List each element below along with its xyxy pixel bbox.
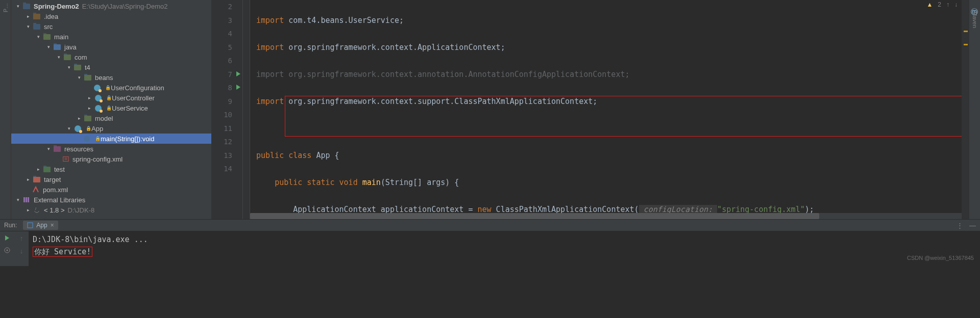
console-output[interactable]: D:\JDK-8\bin\java.exe ... 你好 Service! CS… [29, 231, 980, 266]
line-number[interactable]: 7 [211, 68, 242, 82]
tree-com[interactable]: ▾ com [11, 52, 211, 62]
code-line[interactable]: import org.springframework.context.Appli… [256, 41, 962, 55]
close-icon[interactable]: × [51, 222, 54, 229]
xml-icon [62, 155, 69, 163]
folder-icon [33, 22, 41, 31]
chevron-right-icon[interactable]: ▸ [77, 116, 82, 121]
tree-main[interactable]: ▾ main [11, 32, 211, 42]
code-line[interactable]: import org.springframework.context.annot… [256, 68, 962, 82]
tree-java[interactable]: ▾ java [11, 42, 211, 52]
maven-tool-icon[interactable]: ⓜ [970, 2, 979, 9]
maven-tool-label[interactable]: Maven [972, 11, 978, 28]
chevron-down-icon[interactable]: ▾ [15, 4, 20, 9]
line-number[interactable]: 4 [211, 27, 242, 41]
tree-root[interactable]: ▾ Spring-Demo2 E:\Study\Java\Spring-Demo… [11, 1, 211, 11]
console-toolbar[interactable]: ↑ ↓ [14, 231, 29, 266]
project-tree[interactable]: ▾ Spring-Demo2 E:\Study\Java\Spring-Demo… [11, 0, 211, 219]
chevron-right-icon[interactable]: ▸ [26, 207, 31, 213]
warning-count: 2 [938, 1, 941, 8]
line-number[interactable]: 6 [211, 54, 242, 68]
run-toolbar[interactable] [0, 231, 14, 266]
run-tool-header[interactable]: Run: App × ⋮ — [0, 219, 980, 231]
scrollbar-thumb[interactable] [250, 213, 819, 219]
run-console[interactable]: ↑ ↓ D:\JDK-8\bin\java.exe ... 你好 Service… [0, 231, 980, 266]
code-line[interactable]: import org.springframework.context.suppo… [256, 95, 962, 109]
horizontal-scrollbar[interactable] [250, 213, 962, 219]
tree-jdk[interactable]: ▸ < 1.8 > D:\JDK-8 [11, 205, 211, 215]
tree-app[interactable]: ▾ 🔒 App [11, 123, 211, 134]
chevron-down-icon[interactable]: ▾ [46, 44, 51, 49]
chevron-right-icon[interactable]: ▸ [26, 14, 31, 19]
tree-ext-lib[interactable]: ▾ External Libraries [11, 195, 211, 205]
next-highlight-icon[interactable]: ↓ [954, 1, 958, 8]
line-number[interactable]: 11 [211, 122, 242, 136]
chevron-down-icon[interactable]: ▾ [66, 65, 71, 70]
inspection-widget[interactable]: ▲ 2 ↑ ↓ [926, 1, 958, 8]
right-tool-rail[interactable]: ⓜ Maven [969, 0, 980, 219]
chevron-down-icon[interactable]: ▾ [26, 24, 31, 29]
tree-main-method[interactable]: 🔒 main(String[]):void [11, 134, 211, 144]
warning-icon[interactable]: ▲ [926, 1, 933, 8]
editor-gutter[interactable]: 2 3 4 5 6 7 8 9 10 11 12 13 14 [211, 0, 243, 219]
stripe-warning-mark[interactable] [964, 44, 968, 45]
tree-test[interactable]: ▸ test [11, 164, 211, 174]
chevron-right-icon[interactable]: ▸ [36, 167, 41, 172]
stripe-warning-mark[interactable] [964, 31, 968, 32]
code-area[interactable]: import com.t4.beans.UserService; import … [250, 0, 962, 219]
chevron-right-icon[interactable]: ▸ [87, 95, 92, 100]
tree-userservice[interactable]: ▸ 🔒 UserService [11, 103, 211, 113]
more-icon[interactable]: ⋮ [957, 222, 963, 229]
tree-model[interactable]: ▸ model [11, 113, 211, 123]
tree-t4[interactable]: ▾ t4 [11, 62, 211, 72]
maven-icon [32, 186, 40, 194]
run-gutter-icon[interactable] [235, 71, 241, 77]
run-gutter-icon[interactable] [235, 84, 241, 90]
code-line[interactable] [256, 122, 962, 136]
tree-pom[interactable]: pom.xml [11, 184, 211, 195]
code-editor[interactable]: 2 3 4 5 6 7 8 9 10 11 12 13 14 import co… [211, 0, 969, 219]
line-number[interactable]: 13 [211, 149, 242, 163]
folder-icon [33, 12, 41, 20]
jdk-icon [33, 206, 41, 214]
console-line[interactable]: 你好 Service! [33, 246, 976, 258]
down-icon[interactable]: ↓ [20, 247, 23, 255]
code-line[interactable]: import com.t4.beans.UserService; [256, 14, 962, 28]
minimize-icon[interactable]: — [969, 222, 976, 229]
tree-idea[interactable]: ▸ .idea [11, 11, 211, 21]
code-line[interactable]: public static void main(String[] args) { [256, 176, 962, 190]
fold-column[interactable] [243, 0, 250, 219]
tree-spring-config[interactable]: spring-config.xml [11, 154, 211, 164]
tree-src[interactable]: ▾ src [11, 21, 211, 32]
chevron-down-icon[interactable]: ▾ [66, 126, 71, 131]
line-number[interactable]: 14 [211, 162, 242, 176]
tree-resources[interactable]: ▾ resources [11, 144, 211, 154]
error-stripe[interactable] [962, 0, 969, 219]
chevron-right-icon[interactable]: ▸ [26, 177, 31, 182]
left-tool-rail[interactable]: P… [0, 0, 11, 219]
line-number[interactable]: 10 [211, 108, 242, 122]
line-number[interactable]: 12 [211, 135, 242, 149]
chevron-down-icon[interactable]: ▾ [36, 34, 41, 39]
line-number[interactable]: 2 [211, 0, 242, 14]
up-icon[interactable]: ↑ [20, 234, 23, 242]
tree-beans[interactable]: ▾ beans [11, 72, 211, 83]
code-line[interactable]: public class App { [256, 149, 962, 163]
rerun-icon[interactable] [4, 234, 11, 242]
tree-target[interactable]: ▸ target [11, 174, 211, 184]
console-line[interactable]: D:\JDK-8\bin\java.exe ... [33, 233, 976, 246]
settings-icon[interactable] [4, 247, 11, 254]
prev-highlight-icon[interactable]: ↑ [946, 1, 949, 8]
line-number[interactable]: 5 [211, 41, 242, 55]
chevron-right-icon[interactable]: ▸ [87, 105, 92, 111]
line-number[interactable]: 8 [211, 81, 242, 95]
run-tab[interactable]: App × [23, 221, 58, 230]
line-number[interactable]: 3 [211, 14, 242, 28]
chevron-down-icon[interactable]: ▾ [77, 75, 82, 80]
tree-usercontroller[interactable]: ▸ 🔒 UserController [11, 93, 211, 103]
tree-userconfig[interactable]: 🔒 UserConfiguration [11, 83, 211, 93]
chevron-down-icon[interactable]: ▾ [46, 146, 51, 151]
chevron-down-icon[interactable]: ▾ [56, 55, 61, 60]
chevron-down-icon[interactable]: ▾ [15, 197, 20, 202]
line-number[interactable]: 9 [211, 95, 242, 109]
project-tool-label[interactable]: P… [3, 3, 9, 12]
